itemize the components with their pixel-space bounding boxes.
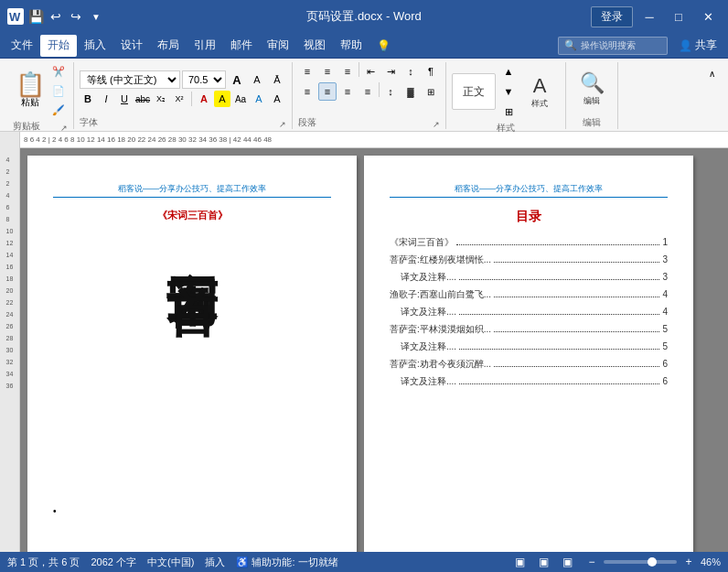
format-painter-button[interactable]: 🖌️ (49, 101, 68, 119)
align-right-button[interactable]: ≡ (338, 82, 357, 101)
menu-item-review[interactable]: 审阅 (260, 35, 296, 57)
menu-item-help[interactable]: 帮助 (333, 35, 369, 57)
font-size-down-button[interactable]: A (248, 70, 266, 89)
font-controls: 等线 (中文正文) 70.5 A A Ā B I U abc X₂ X² (80, 70, 286, 107)
toc-text-7: 菩萨蛮:劝君今夜须沉醉... (390, 358, 491, 371)
undo-icon[interactable]: ↩ (48, 8, 64, 25)
borders-button[interactable]: ⊞ (422, 82, 440, 101)
menu-item-layout[interactable]: 布局 (150, 35, 187, 57)
show-marks-button[interactable]: ¶ (422, 62, 440, 81)
right-page: 稻客说——分享办公技巧、提高工作效率 目录 《宋词三百首》 1 菩萨蛮:红楼别夜… (364, 156, 693, 552)
styles-button[interactable]: A 样式 (519, 70, 560, 114)
highlight-button[interactable]: A (214, 91, 230, 107)
menu-item-home[interactable]: 开始 (40, 35, 77, 57)
zoom-out-button[interactable]: − (583, 554, 600, 570)
menu-item-design[interactable]: 设计 (113, 35, 150, 57)
text-color-button[interactable]: A (196, 91, 212, 107)
styles-label: 样式 (531, 98, 548, 110)
word-count: 2062 个字 (91, 556, 136, 569)
styles-group: 正文 ▲ ▼ ⊞ A 样式 样式 (446, 62, 566, 129)
strikethrough-button[interactable]: abc (134, 91, 151, 107)
italic-button[interactable]: I (98, 91, 114, 107)
menu-item-references[interactable]: 引用 (187, 35, 223, 57)
underline-button[interactable]: U (116, 91, 133, 107)
numbering-button[interactable]: ≡ (318, 62, 337, 81)
zoom-controls: − + 46% (583, 554, 721, 570)
font-family-select[interactable]: 等线 (中文正文) (80, 70, 180, 89)
clipboard-label: 剪贴板 (13, 120, 40, 133)
text-effect-button[interactable]: A (269, 91, 285, 107)
align-left-button[interactable]: ≡ (298, 82, 316, 101)
clipboard-header: 剪贴板 ↗ (13, 119, 68, 133)
title-bar: W 💾 ↩ ↪ ▼ 页码设置.docx - Word 登录 ─ □ ✕ (0, 0, 728, 33)
quick-access-icon[interactable]: ▼ (88, 8, 104, 25)
bullets-button[interactable]: ≡ (298, 62, 316, 81)
minimize-button[interactable]: ─ (637, 4, 662, 29)
zoom-slider[interactable] (604, 560, 677, 564)
copy-button[interactable]: 📄 (49, 81, 68, 100)
ribbon-collapse-button[interactable]: ∧ (702, 64, 721, 82)
subscript-button[interactable]: X₂ (153, 91, 169, 107)
menu-item-view[interactable]: 视图 (296, 35, 333, 57)
view-read-button[interactable]: ▣ (560, 554, 576, 570)
toc-text-6: 译文及注释.... (401, 340, 456, 353)
toc-text-8: 译文及注释.... (401, 375, 456, 388)
decrease-indent-button[interactable]: ⇤ (361, 62, 380, 81)
ruler-corner (0, 132, 20, 148)
menu-item-file[interactable]: 文件 (4, 35, 40, 57)
paste-button[interactable]: 📋 粘贴 (13, 70, 48, 112)
share-button[interactable]: 👤 共享 (671, 36, 724, 55)
font-header: 字体 ↗ (80, 115, 286, 129)
accessibility: ♿ 辅助功能: 一切就绪 (236, 556, 337, 569)
redo-icon[interactable]: ↪ (68, 8, 84, 25)
change-case-button[interactable]: Aa (232, 91, 249, 107)
styles-scroll-down[interactable]: ▼ (499, 82, 518, 101)
line-spacing-button[interactable]: ↕ (381, 82, 400, 101)
left-page-header: 稻客说——分享办公技巧、提高工作效率 (53, 183, 331, 198)
zoom-thumb[interactable] (648, 557, 657, 567)
search-box[interactable]: 🔍 操作说明搜索 (558, 37, 668, 55)
font-size-up-button[interactable]: A (228, 70, 246, 89)
editing-group-label: 编辑 (583, 116, 601, 129)
increase-indent-button[interactable]: ⇥ (381, 62, 400, 81)
document-area[interactable]: 稻客说——分享办公技巧、提高工作效率 《宋词三百首》 宋词三百首 • 稻客说——… (20, 148, 728, 552)
sort-button[interactable]: ↕ (401, 62, 420, 81)
maximize-button[interactable]: □ (666, 4, 691, 29)
menu-bar: 文件 开始 插入 设计 布局 引用 邮件 审阅 视图 帮助 💡 🔍 操作说明搜索… (0, 33, 728, 59)
bold-button[interactable]: B (80, 91, 96, 107)
big-title-text: 宋词三百首 (163, 230, 221, 495)
view-web-button[interactable]: ▣ (536, 554, 552, 570)
style-item-normal[interactable]: 正文 (452, 73, 496, 110)
toc-text-2: 译文及注释.... (401, 271, 456, 284)
language: 中文(中国) (147, 556, 194, 569)
shading-button[interactable]: ▓ (401, 82, 420, 101)
book-title-red: 《宋词三百首》 (53, 209, 331, 222)
menu-item-insert[interactable]: 插入 (77, 35, 113, 57)
superscript-button[interactable]: X² (171, 91, 187, 107)
para-row1: ≡ ≡ ≡ ⇤ ⇥ ↕ ¶ (298, 62, 440, 81)
save-icon[interactable]: 💾 (27, 8, 44, 25)
cut-button[interactable]: ✂️ (49, 62, 68, 81)
styles-expand[interactable]: ⊞ (499, 103, 518, 121)
align-center-button[interactable]: ≡ (318, 82, 337, 101)
title-bar-right: 登录 ─ □ ✕ (591, 4, 721, 29)
justify-button[interactable]: ≡ (359, 82, 377, 101)
styles-gallery-container: 正文 (452, 73, 496, 110)
font-size-select[interactable]: 70.5 (182, 70, 226, 89)
zoom-in-button[interactable]: + (680, 554, 697, 570)
styles-content: 正文 ▲ ▼ ⊞ A 样式 (452, 62, 560, 121)
menu-item-mailings[interactable]: 邮件 (223, 35, 260, 57)
font-expand[interactable]: ↗ (279, 120, 286, 129)
paragraph-expand[interactable]: ↗ (433, 120, 440, 129)
font-color2-button[interactable]: A (251, 91, 267, 107)
bullet-bottom: • (53, 506, 331, 516)
styles-scroll-up[interactable]: ▲ (499, 62, 518, 81)
zoom-level: 46% (701, 556, 721, 567)
clear-format-button[interactable]: Ā (268, 70, 286, 89)
multilevel-button[interactable]: ≡ (338, 62, 357, 81)
login-button[interactable]: 登录 (591, 6, 633, 27)
book-title-text: 《宋词三百首》 (157, 210, 228, 221)
close-button[interactable]: ✕ (695, 4, 721, 29)
view-print-button[interactable]: ▣ (512, 554, 529, 570)
editing-button[interactable]: 🔍 编辑 (572, 67, 612, 112)
